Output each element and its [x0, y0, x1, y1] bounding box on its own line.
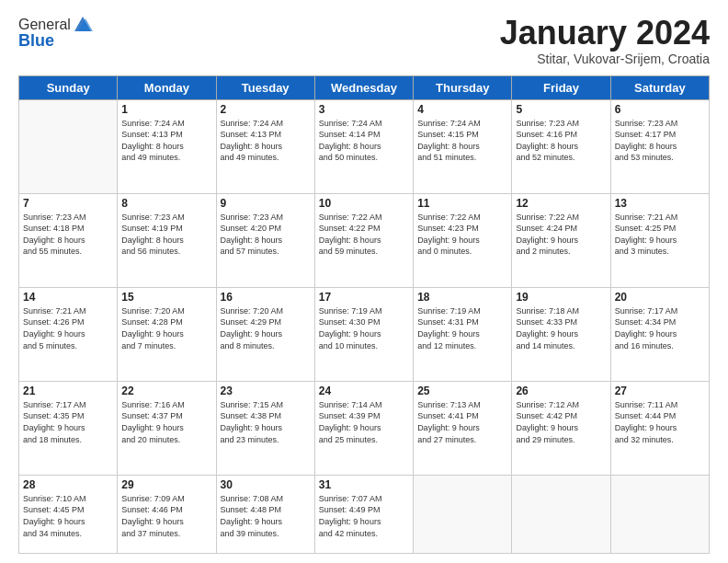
calendar-week-row: 21Sunrise: 7:17 AMSunset: 4:35 PMDayligh…: [19, 381, 710, 475]
calendar-cell: 26Sunrise: 7:12 AMSunset: 4:42 PMDayligh…: [512, 381, 610, 475]
day-number: 15: [121, 291, 211, 304]
day-number: 10: [319, 197, 409, 210]
day-info: Sunrise: 7:19 AMSunset: 4:30 PMDaylight:…: [319, 305, 409, 351]
day-number: 24: [319, 385, 409, 397]
day-number: 31: [319, 478, 409, 491]
day-number: 13: [615, 197, 705, 210]
calendar-cell: 21Sunrise: 7:17 AMSunset: 4:35 PMDayligh…: [19, 381, 118, 475]
calendar-cell: [19, 99, 118, 193]
location-subtitle: Stitar, Vukovar-Srijem, Croatia: [500, 52, 710, 66]
day-info: Sunrise: 7:15 AMSunset: 4:38 PMDaylight:…: [221, 399, 311, 445]
calendar-cell: 6Sunrise: 7:23 AMSunset: 4:17 PMDaylight…: [610, 99, 709, 193]
day-number: 21: [23, 385, 113, 397]
calendar-cell: 25Sunrise: 7:13 AMSunset: 4:41 PMDayligh…: [414, 381, 512, 475]
calendar-cell: 11Sunrise: 7:22 AMSunset: 4:23 PMDayligh…: [414, 193, 512, 287]
calendar-cell: 18Sunrise: 7:19 AMSunset: 4:31 PMDayligh…: [414, 287, 512, 381]
day-number: 8: [121, 197, 211, 210]
calendar-week-row: 14Sunrise: 7:21 AMSunset: 4:26 PMDayligh…: [19, 287, 710, 381]
day-number: 27: [615, 385, 705, 397]
day-number: 29: [121, 478, 211, 491]
logo-icon: [73, 15, 93, 35]
day-info: Sunrise: 7:17 AMSunset: 4:34 PMDaylight:…: [615, 305, 705, 351]
day-number: 9: [221, 197, 311, 210]
calendar-cell: [512, 475, 610, 553]
day-number: 30: [221, 478, 311, 491]
calendar-cell: 1Sunrise: 7:24 AMSunset: 4:13 PMDaylight…: [118, 99, 216, 193]
day-info: Sunrise: 7:16 AMSunset: 4:37 PMDaylight:…: [121, 399, 211, 445]
calendar-table: SundayMondayTuesdayWednesdayThursdayFrid…: [18, 75, 710, 554]
day-info: Sunrise: 7:07 AMSunset: 4:49 PMDaylight:…: [319, 493, 409, 539]
calendar-cell: 16Sunrise: 7:20 AMSunset: 4:29 PMDayligh…: [216, 287, 314, 381]
day-number: 6: [615, 103, 705, 116]
calendar-cell: 20Sunrise: 7:17 AMSunset: 4:34 PMDayligh…: [610, 287, 709, 381]
day-number: 16: [221, 291, 311, 304]
calendar-cell: 14Sunrise: 7:21 AMSunset: 4:26 PMDayligh…: [19, 287, 118, 381]
calendar-cell: 13Sunrise: 7:21 AMSunset: 4:25 PMDayligh…: [610, 193, 709, 287]
day-info: Sunrise: 7:09 AMSunset: 4:46 PMDaylight:…: [121, 493, 211, 539]
calendar-week-row: 1Sunrise: 7:24 AMSunset: 4:13 PMDaylight…: [19, 99, 710, 193]
calendar-cell: 12Sunrise: 7:22 AMSunset: 4:24 PMDayligh…: [512, 193, 610, 287]
day-number: 23: [221, 385, 311, 397]
weekday-header: Tuesday: [216, 75, 314, 99]
calendar-cell: [414, 475, 512, 553]
calendar-cell: 15Sunrise: 7:20 AMSunset: 4:28 PMDayligh…: [118, 287, 216, 381]
day-info: Sunrise: 7:24 AMSunset: 4:13 PMDaylight:…: [121, 118, 211, 164]
day-info: Sunrise: 7:21 AMSunset: 4:26 PMDaylight:…: [23, 305, 113, 351]
day-number: 14: [23, 291, 113, 304]
day-number: 20: [615, 291, 705, 304]
day-number: 22: [121, 385, 211, 397]
day-info: Sunrise: 7:20 AMSunset: 4:28 PMDaylight:…: [121, 305, 211, 351]
day-number: 1: [121, 103, 211, 116]
day-info: Sunrise: 7:23 AMSunset: 4:19 PMDaylight:…: [121, 212, 211, 258]
weekday-header: Thursday: [414, 75, 512, 99]
title-block: January 2024 Stitar, Vukovar-Srijem, Cro…: [500, 15, 710, 66]
day-number: 26: [516, 385, 606, 397]
calendar-cell: 3Sunrise: 7:24 AMSunset: 4:14 PMDaylight…: [314, 99, 413, 193]
day-info: Sunrise: 7:18 AMSunset: 4:33 PMDaylight:…: [516, 305, 606, 351]
calendar-cell: 27Sunrise: 7:11 AMSunset: 4:44 PMDayligh…: [610, 381, 709, 475]
day-info: Sunrise: 7:13 AMSunset: 4:41 PMDaylight:…: [417, 399, 507, 445]
day-info: Sunrise: 7:22 AMSunset: 4:22 PMDaylight:…: [319, 212, 409, 258]
day-info: Sunrise: 7:10 AMSunset: 4:45 PMDaylight:…: [23, 493, 113, 539]
day-info: Sunrise: 7:23 AMSunset: 4:20 PMDaylight:…: [221, 212, 311, 258]
calendar-cell: 17Sunrise: 7:19 AMSunset: 4:30 PMDayligh…: [314, 287, 413, 381]
day-info: Sunrise: 7:22 AMSunset: 4:23 PMDaylight:…: [417, 212, 507, 258]
calendar-cell: 5Sunrise: 7:23 AMSunset: 4:16 PMDaylight…: [512, 99, 610, 193]
calendar-cell: 29Sunrise: 7:09 AMSunset: 4:46 PMDayligh…: [118, 475, 216, 553]
day-number: 28: [23, 478, 113, 491]
day-info: Sunrise: 7:17 AMSunset: 4:35 PMDaylight:…: [23, 399, 113, 445]
day-info: Sunrise: 7:23 AMSunset: 4:16 PMDaylight:…: [516, 118, 606, 164]
month-title: January 2024: [500, 15, 710, 52]
day-info: Sunrise: 7:11 AMSunset: 4:44 PMDaylight:…: [615, 399, 705, 445]
day-number: 19: [516, 291, 606, 304]
day-info: Sunrise: 7:08 AMSunset: 4:48 PMDaylight:…: [221, 493, 311, 539]
calendar-week-row: 7Sunrise: 7:23 AMSunset: 4:18 PMDaylight…: [19, 193, 710, 287]
logo: General Blue: [18, 15, 93, 51]
day-info: Sunrise: 7:24 AMSunset: 4:13 PMDaylight:…: [221, 118, 311, 164]
calendar-cell: 2Sunrise: 7:24 AMSunset: 4:13 PMDaylight…: [216, 99, 314, 193]
weekday-header: Saturday: [610, 75, 709, 99]
calendar-cell: 9Sunrise: 7:23 AMSunset: 4:20 PMDaylight…: [216, 193, 314, 287]
day-info: Sunrise: 7:23 AMSunset: 4:17 PMDaylight:…: [615, 118, 705, 164]
calendar-cell: [610, 475, 709, 553]
calendar-cell: 22Sunrise: 7:16 AMSunset: 4:37 PMDayligh…: [118, 381, 216, 475]
calendar-cell: 24Sunrise: 7:14 AMSunset: 4:39 PMDayligh…: [314, 381, 413, 475]
day-info: Sunrise: 7:19 AMSunset: 4:31 PMDaylight:…: [417, 305, 507, 351]
day-info: Sunrise: 7:21 AMSunset: 4:25 PMDaylight:…: [615, 212, 705, 258]
day-number: 3: [319, 103, 409, 116]
weekday-header: Monday: [118, 75, 216, 99]
calendar-cell: 23Sunrise: 7:15 AMSunset: 4:38 PMDayligh…: [216, 381, 314, 475]
day-info: Sunrise: 7:12 AMSunset: 4:42 PMDaylight:…: [516, 399, 606, 445]
calendar-header-row: SundayMondayTuesdayWednesdayThursdayFrid…: [19, 75, 710, 99]
calendar-cell: 19Sunrise: 7:18 AMSunset: 4:33 PMDayligh…: [512, 287, 610, 381]
calendar-week-row: 28Sunrise: 7:10 AMSunset: 4:45 PMDayligh…: [19, 475, 710, 553]
day-number: 17: [319, 291, 409, 304]
calendar-cell: 30Sunrise: 7:08 AMSunset: 4:48 PMDayligh…: [216, 475, 314, 553]
day-info: Sunrise: 7:24 AMSunset: 4:15 PMDaylight:…: [417, 118, 507, 164]
calendar-cell: 4Sunrise: 7:24 AMSunset: 4:15 PMDaylight…: [414, 99, 512, 193]
day-number: 4: [417, 103, 507, 116]
day-number: 25: [417, 385, 507, 397]
day-number: 18: [417, 291, 507, 304]
header: General Blue January 2024 Stitar, Vukova…: [18, 15, 710, 66]
day-info: Sunrise: 7:23 AMSunset: 4:18 PMDaylight:…: [23, 212, 113, 258]
